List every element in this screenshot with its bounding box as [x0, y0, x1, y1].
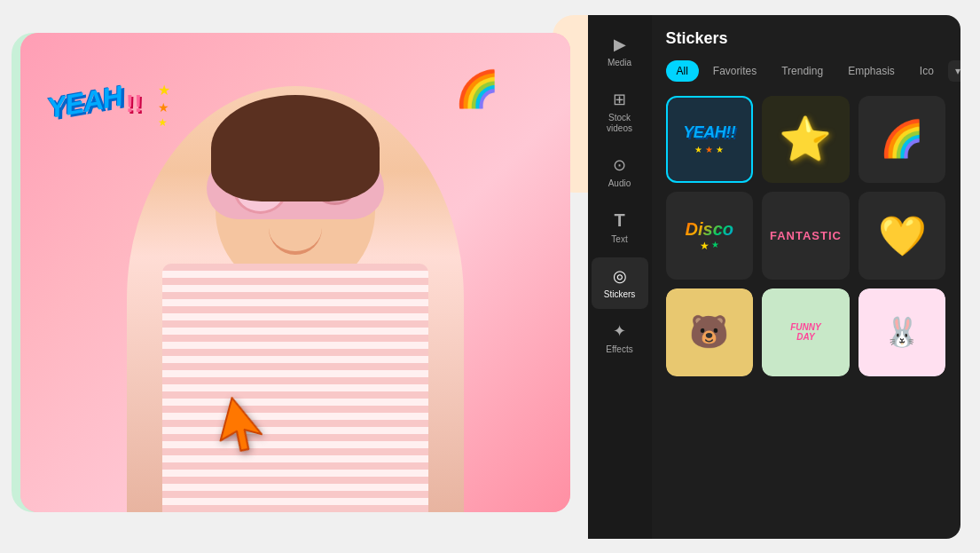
- woman-shirt: [162, 264, 428, 512]
- filter-tab-emphasis[interactable]: Emphasis: [837, 60, 906, 82]
- audio-icon: ⊙: [613, 155, 626, 175]
- sidebar-audio-label: Audio: [608, 178, 631, 189]
- sidebar-item-stock-videos[interactable]: ⊞ Stockvideos: [592, 81, 648, 143]
- sticker-cell-yeah[interactable]: YEAH!! ★ ★ ★: [666, 96, 754, 184]
- sidebar-item-media[interactable]: ▶ Media: [592, 26, 648, 77]
- sticker-grid: YEAH!! ★ ★ ★ ⭐ 🌈: [666, 96, 946, 376]
- disco-text: Disco: [686, 219, 733, 240]
- main-container: YEAH !! ★ ★ ★ 🌈: [20, 15, 960, 539]
- sidebar-text-label: Text: [611, 234, 627, 245]
- yeah-sticker-text: YEAH: [44, 79, 124, 124]
- yeah-exclaim: !!: [126, 90, 143, 117]
- woman-hair: [211, 95, 380, 201]
- sticker-cell-disco[interactable]: Disco ★ ★: [666, 192, 754, 280]
- canvas-area: YEAH !! ★ ★ ★ 🌈: [20, 33, 570, 512]
- canvas-sticker-rainbow[interactable]: 🌈: [455, 68, 499, 110]
- sidebar-stockvideos-label: Stockvideos: [607, 113, 632, 134]
- star-sticker-emoji: ⭐: [779, 115, 832, 164]
- sidebar-item-audio[interactable]: ⊙ Audio: [592, 146, 648, 198]
- filter-tab-icons[interactable]: Ico: [909, 60, 945, 82]
- sidebar-item-effects[interactable]: ✦ Effects: [592, 312, 648, 364]
- filter-tab-all[interactable]: All: [666, 60, 699, 82]
- sticker-cell-bear[interactable]: 🐻: [666, 288, 754, 376]
- sidebar-item-stickers[interactable]: ◎ Stickers: [592, 257, 648, 309]
- effects-icon: ✦: [613, 321, 626, 341]
- rainbow-sticker-emoji: 🌈: [880, 118, 924, 160]
- canvas-photo: YEAH !! ★ ★ ★ 🌈: [20, 33, 570, 512]
- canvas-sticker-stars: ★ ★ ★: [158, 82, 170, 129]
- grid-icon: ⊞: [613, 90, 626, 109]
- sidebar-item-text[interactable]: T Text: [592, 201, 648, 254]
- fantastic-text: FANTASTIC: [770, 229, 842, 242]
- sidebar-media-label: Media: [608, 58, 631, 68]
- right-panel: ▶ Media ⊞ Stockvideos ⊙ Audio T Text ◎ S…: [588, 15, 960, 539]
- funnyday-content: FUNNY DAY: [762, 288, 850, 376]
- sticker-cell-heart-rainbow[interactable]: 💛: [858, 192, 946, 280]
- woman-figure: [127, 86, 464, 512]
- smile-content: 🐰: [858, 288, 946, 376]
- bear-sticker-content: 🐻: [666, 288, 754, 376]
- filter-tab-favorites[interactable]: Favorites: [702, 60, 767, 82]
- filter-tabs: All Favorites Trending Emphasis Ico ▾: [666, 60, 946, 82]
- yeah-sticker-preview: YEAH!!: [683, 123, 735, 142]
- sticker-cell-fantastic[interactable]: FANTASTIC: [762, 192, 850, 280]
- sticker-cell-funnyday[interactable]: FUNNY DAY: [762, 288, 850, 376]
- woman-smile: [269, 228, 322, 255]
- sidebar-stickers-label: Stickers: [604, 289, 636, 300]
- sidebar-effects-label: Effects: [606, 344, 632, 355]
- filter-tab-trending[interactable]: Trending: [771, 60, 834, 82]
- icon-sidebar: ▶ Media ⊞ Stockvideos ⊙ Audio T Text ◎ S…: [588, 15, 652, 539]
- sticker-cell-rainbow[interactable]: 🌈: [858, 96, 946, 184]
- sticker-icon: ◎: [613, 266, 627, 286]
- video-icon: ▶: [614, 35, 626, 54]
- sticker-cell-smile[interactable]: 🐰: [858, 288, 946, 376]
- svg-marker-0: [219, 398, 269, 454]
- filter-more-button[interactable]: ▾: [948, 60, 960, 82]
- stickers-panel: Stickers All Favorites Trending Emphasis…: [652, 15, 960, 539]
- sticker-cell-star[interactable]: ⭐: [762, 96, 850, 184]
- text-icon: T: [614, 210, 624, 231]
- canvas-sticker-yeah[interactable]: YEAH !!: [47, 86, 143, 119]
- panel-title: Stickers: [666, 29, 946, 48]
- heart-rainbow-emoji: 💛: [878, 213, 927, 259]
